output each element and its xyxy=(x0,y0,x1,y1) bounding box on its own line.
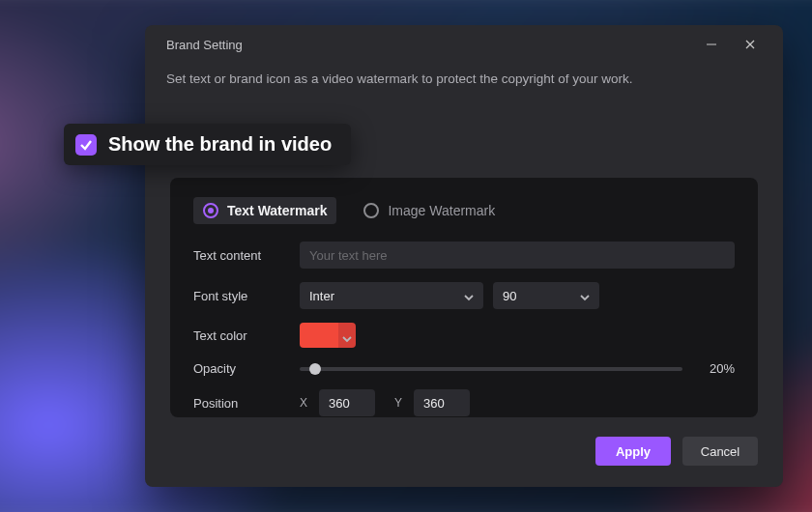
window-description: Set text or brand icon as a video waterm… xyxy=(145,64,783,86)
position-y-input[interactable] xyxy=(414,389,470,416)
text-color-picker[interactable] xyxy=(300,323,356,348)
dialog-footer: Apply Cancel xyxy=(595,437,758,466)
minimize-button[interactable] xyxy=(692,25,731,64)
radio-dot-icon xyxy=(203,203,218,218)
apply-button[interactable]: Apply xyxy=(595,437,671,466)
radio-dot-icon xyxy=(363,203,379,218)
window-title: Brand Setting xyxy=(166,38,243,52)
font-size-value: 90 xyxy=(503,289,516,303)
radio-text-label: Text Watermark xyxy=(227,203,327,218)
titlebar: Brand Setting xyxy=(145,25,783,64)
color-swatch xyxy=(300,323,338,348)
chevron-down-icon xyxy=(342,330,352,340)
cancel-button[interactable]: Cancel xyxy=(682,437,758,466)
label-text-color: Text color xyxy=(193,328,300,343)
radio-image-label: Image Watermark xyxy=(388,203,495,218)
chevron-down-icon xyxy=(464,291,474,300)
brand-setting-window: Brand Setting Set text or brand icon as … xyxy=(145,25,783,487)
slider-thumb[interactable] xyxy=(309,363,321,375)
font-family-value: Inter xyxy=(309,289,334,303)
position-x-input[interactable] xyxy=(319,389,375,416)
row-text-color: Text color xyxy=(193,323,735,348)
radio-text-watermark[interactable]: Text Watermark xyxy=(193,197,336,224)
show-brand-checkbox[interactable] xyxy=(75,134,97,156)
label-opacity: Opacity xyxy=(193,361,300,376)
label-text-content: Text content xyxy=(193,248,300,263)
label-y: Y xyxy=(394,396,402,410)
label-font-style: Font style xyxy=(193,289,300,303)
row-opacity: Opacity 20% xyxy=(193,361,735,376)
opacity-slider[interactable] xyxy=(300,367,682,371)
close-button[interactable] xyxy=(731,25,769,64)
show-brand-callout: Show the brand in video xyxy=(64,124,351,165)
radio-image-watermark[interactable]: Image Watermark xyxy=(363,203,495,218)
font-size-select[interactable]: 90 xyxy=(493,282,599,309)
row-font-style: Font style Inter 90 xyxy=(193,282,735,309)
row-text-content: Text content xyxy=(193,242,735,269)
row-position: Position X Y xyxy=(193,389,735,416)
color-dropdown xyxy=(338,323,356,348)
show-brand-label: Show the brand in video xyxy=(108,133,332,156)
watermark-panel: Text Watermark Image Watermark Text cont… xyxy=(170,178,758,417)
text-content-input[interactable] xyxy=(300,242,735,269)
label-position: Position xyxy=(193,396,300,411)
watermark-type-radios: Text Watermark Image Watermark xyxy=(193,197,735,224)
font-family-select[interactable]: Inter xyxy=(300,282,483,309)
check-icon xyxy=(79,138,93,152)
chevron-down-icon xyxy=(580,291,590,300)
label-x: X xyxy=(300,396,307,410)
opacity-value: 20% xyxy=(696,361,735,376)
